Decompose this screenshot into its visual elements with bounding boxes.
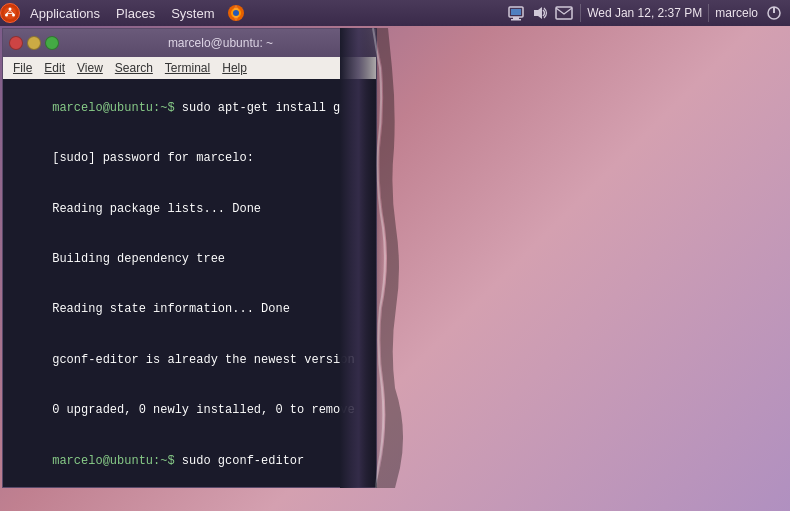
svg-rect-10 bbox=[511, 9, 521, 15]
taskbar-menu-applications[interactable]: Applications bbox=[22, 0, 108, 26]
svg-point-1 bbox=[9, 8, 12, 11]
terminal-line-2: [sudo] password for marcelo: bbox=[9, 133, 370, 183]
terminal-titlebar: marcelo@ubuntu: ~ bbox=[3, 29, 376, 57]
terminal-close-button[interactable] bbox=[9, 36, 23, 50]
terminal-menu-edit[interactable]: Edit bbox=[38, 61, 71, 75]
svg-rect-9 bbox=[511, 19, 521, 21]
terminal-menu-search[interactable]: Search bbox=[109, 61, 159, 75]
terminal-line-6: gconf-editor is already the newest versi… bbox=[9, 335, 370, 385]
terminal-line-9: marcelo@ubuntu:~$ gconf-editor bbox=[9, 486, 370, 487]
svg-rect-8 bbox=[513, 17, 519, 19]
taskbar: Applications Places System bbox=[0, 0, 790, 26]
terminal-menu-file[interactable]: File bbox=[7, 61, 38, 75]
firefox-icon[interactable] bbox=[226, 3, 246, 23]
email-icon[interactable] bbox=[554, 3, 574, 23]
terminal-menu-help[interactable]: Help bbox=[216, 61, 253, 75]
terminal-minimize-button[interactable] bbox=[27, 36, 41, 50]
terminal-menu-view[interactable]: View bbox=[71, 61, 109, 75]
taskbar-menu-system[interactable]: System bbox=[163, 0, 222, 26]
terminal-menu-terminal[interactable]: Terminal bbox=[159, 61, 216, 75]
terminal-line-7: 0 upgraded, 0 newly installed, 0 to remo… bbox=[9, 385, 370, 435]
taskbar-separator-2 bbox=[708, 4, 709, 22]
svg-rect-12 bbox=[556, 7, 572, 19]
network-icon[interactable] bbox=[506, 3, 526, 23]
taskbar-datetime: Wed Jan 12, 2:37 PM bbox=[587, 6, 702, 20]
taskbar-username: marcelo bbox=[715, 6, 758, 20]
taskbar-left: Applications Places System bbox=[0, 0, 246, 26]
ubuntu-icon[interactable] bbox=[0, 3, 20, 23]
taskbar-menu-places[interactable]: Places bbox=[108, 0, 163, 26]
terminal-line-4: Building dependency tree bbox=[9, 234, 370, 284]
power-icon[interactable] bbox=[764, 3, 784, 23]
terminal-window: marcelo@ubuntu: ~ File Edit View Search … bbox=[2, 28, 377, 488]
svg-marker-11 bbox=[534, 7, 542, 19]
terminal-line-1: marcelo@ubuntu:~$ sudo apt-get install g bbox=[9, 83, 370, 133]
svg-point-2 bbox=[12, 14, 15, 17]
page-tear-decoration bbox=[340, 28, 420, 488]
sound-icon[interactable] bbox=[530, 3, 550, 23]
taskbar-separator-1 bbox=[580, 4, 581, 22]
svg-point-3 bbox=[5, 14, 8, 17]
terminal-menubar: File Edit View Search Terminal Help bbox=[3, 57, 376, 79]
terminal-content[interactable]: marcelo@ubuntu:~$ sudo apt-get install g… bbox=[3, 79, 376, 487]
terminal-title: marcelo@ubuntu: ~ bbox=[71, 36, 370, 50]
terminal-line-3: Reading package lists... Done bbox=[9, 184, 370, 234]
taskbar-right: Wed Jan 12, 2:37 PM marcelo bbox=[506, 3, 790, 23]
terminal-line-8: marcelo@ubuntu:~$ sudo gconf-editor bbox=[9, 436, 370, 486]
terminal-maximize-button[interactable] bbox=[45, 36, 59, 50]
terminal-line-5: Reading state information... Done bbox=[9, 285, 370, 335]
